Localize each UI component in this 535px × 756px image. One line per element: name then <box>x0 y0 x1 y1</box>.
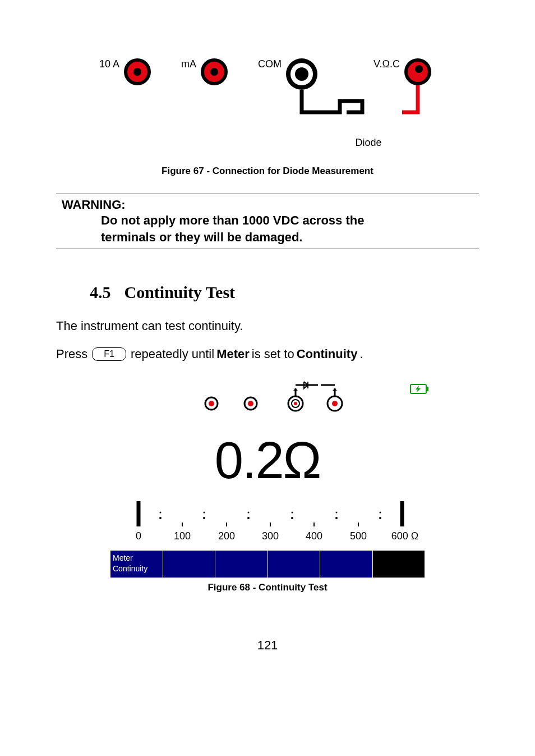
page-number: 121 <box>56 638 479 653</box>
svg-marker-14 <box>416 386 421 392</box>
tick-400: 400 <box>306 530 322 542</box>
intro-text: The instrument can test continuity. <box>56 319 479 333</box>
svg-point-47 <box>292 512 293 514</box>
svg-point-44 <box>160 512 162 514</box>
probe-indicator-icons <box>110 378 425 420</box>
meter-screenshot: 0.2Ω <box>110 378 425 578</box>
svg-point-5 <box>210 68 218 76</box>
terminal-diagram: 10 A mA COM <box>56 56 479 131</box>
svg-point-8 <box>295 67 308 81</box>
warning-title: WARNING: <box>62 198 479 212</box>
section-number: 4.5 <box>90 283 111 301</box>
softkey-5 <box>320 551 373 578</box>
warning-line-1: Do not apply more than 1000 VDC across t… <box>101 212 479 229</box>
terminal-10a-icon <box>122 56 153 90</box>
svg-point-39 <box>203 517 205 519</box>
reading-display: 0.2Ω <box>110 431 425 490</box>
svg-point-49 <box>380 512 381 514</box>
f1-button-icon: F1 <box>92 347 126 361</box>
svg-point-26 <box>332 401 338 406</box>
section-heading: 4.5Continuity Test <box>90 283 479 302</box>
terminal-com-icon <box>284 56 368 131</box>
softkey-bar: Meter Continuity <box>110 551 425 578</box>
terminal-label-com: COM <box>258 56 282 70</box>
svg-point-48 <box>336 512 338 514</box>
tick-500: 500 <box>350 530 367 542</box>
terminal-ma-icon <box>199 56 230 90</box>
softkey-4 <box>268 551 321 578</box>
warning-line-2: terminals or they will be damaged. <box>101 229 479 246</box>
svg-point-41 <box>291 517 293 519</box>
section-title: Continuity Test <box>124 283 236 301</box>
figure-68-caption: Figure 68 - Continuity Test <box>56 582 479 593</box>
svg-point-43 <box>379 517 381 519</box>
svg-point-42 <box>335 517 338 519</box>
svg-point-40 <box>247 517 250 519</box>
softkey-6 <box>373 551 425 578</box>
analog-scale-icon: 0 100 200 300 400 500 600 Ω <box>110 496 425 548</box>
svg-point-46 <box>248 512 250 514</box>
terminal-label-ma: mA <box>181 56 196 70</box>
terminal-label-10a: 10 A <box>99 56 119 70</box>
tick-600: 600 Ω <box>391 530 419 542</box>
softkey-2 <box>163 551 216 578</box>
figure-67-caption: Figure 67 - Connection for Diode Measure… <box>56 166 479 177</box>
svg-point-2 <box>133 68 141 76</box>
svg-point-18 <box>248 401 253 406</box>
tick-200: 200 <box>218 530 235 542</box>
tick-300: 300 <box>262 530 279 542</box>
softkey-3 <box>215 551 268 578</box>
svg-point-45 <box>204 512 205 514</box>
tick-100: 100 <box>174 530 191 542</box>
battery-charging-icon <box>410 384 429 396</box>
terminal-label-voc: V.Ω.C <box>373 56 400 70</box>
svg-point-38 <box>159 517 162 519</box>
svg-point-16 <box>209 401 214 406</box>
tick-0: 0 <box>136 530 141 542</box>
diode-label: Diode <box>258 137 479 149</box>
svg-point-21 <box>294 402 297 405</box>
softkey-1: Meter Continuity <box>110 551 163 578</box>
svg-rect-13 <box>426 387 428 391</box>
warning-box: WARNING: Do not apply more than 1000 VDC… <box>56 194 479 249</box>
press-instruction: Press F1 repeatedly until Meter is set t… <box>56 347 479 361</box>
terminal-voc-icon <box>402 56 436 131</box>
svg-point-11 <box>415 65 423 73</box>
